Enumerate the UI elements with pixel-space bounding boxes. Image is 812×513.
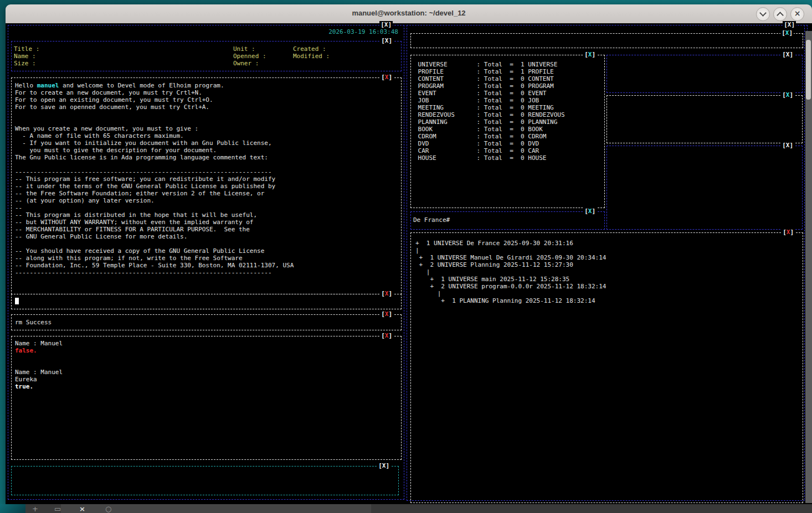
plus-icon[interactable]: +: [32, 505, 38, 513]
universe-tree: + 1 UNIVERSE De France 2025-09-30 20:31:…: [415, 240, 606, 304]
panel-empty-teal: [X]: [11, 466, 399, 495]
panel-empty-blue-1: [X]: [607, 55, 803, 93]
window-titlebar[interactable]: manuel@workstation: ~/devel_12 ×: [6, 4, 812, 24]
taskbar-launcher-tile[interactable]: [0, 504, 25, 513]
window-controls: ×: [756, 7, 804, 21]
panel-command-input[interactable]: [X]: [11, 294, 402, 309]
window-close-button[interactable]: ×: [790, 7, 804, 21]
minimize-button[interactable]: [756, 7, 770, 21]
close-button[interactable]: [X]: [380, 290, 393, 297]
close-button[interactable]: [X]: [783, 21, 796, 28]
field-labels-col2: Unit :Openned :Owner :: [233, 45, 266, 67]
chevron-up-icon: [777, 12, 784, 19]
close-button[interactable]: [X]: [780, 29, 794, 37]
welcome-text: Hello manuel and welcome to Devel mode o…: [15, 82, 294, 276]
scrollbar-track[interactable]: [805, 31, 812, 503]
panel-status: [X] rm Success: [11, 314, 402, 330]
maximize-button[interactable]: [773, 7, 787, 21]
text-cursor: [15, 298, 19, 304]
window-title: manuel@workstation: ~/devel_12: [6, 9, 812, 17]
close-button[interactable]: [X]: [379, 21, 393, 28]
panel-empty-white-1: [X]: [607, 95, 803, 143]
close-button[interactable]: [X]: [781, 91, 794, 99]
datetime: 2026-03-19 16:03:48: [328, 28, 398, 35]
field-labels-col1: Title :Name :Size :: [14, 45, 39, 67]
panel-empty-top: [X]: [410, 33, 803, 48]
circle-icon[interactable]: ○: [105, 505, 111, 513]
panel-empty-blue-2: [X]: [607, 146, 803, 230]
border-line: [804, 25, 805, 500]
close-app-icon[interactable]: ×: [79, 505, 85, 513]
panel-category-totals: [X] UNIVERSE : Total = 1 UNIVERSE PROFIL…: [410, 55, 605, 208]
close-button[interactable]: [X]: [583, 51, 597, 58]
panel-universe-tree: [X] + 1 UNIVERSE De France 2025-09-30 20…: [410, 232, 803, 503]
close-button[interactable]: [X]: [380, 310, 393, 318]
close-button[interactable]: [X]: [380, 332, 393, 339]
panel-document-fields: [X] Title :Name :Size : Unit :Openned :O…: [11, 41, 402, 71]
scrollbar-thumb[interactable]: [806, 40, 811, 100]
panel-welcome: [X] Hello manuel and welcome to Devel mo…: [11, 77, 402, 294]
category-list: UNIVERSE : Total = 1 UNIVERSE PROFILE : …: [414, 61, 565, 162]
taskbar: + ▭ × ○: [0, 504, 812, 513]
chevron-down-icon: [759, 9, 767, 17]
close-button[interactable]: [X]: [781, 51, 794, 58]
status-message: rm Success: [15, 319, 52, 326]
close-button[interactable]: [X]: [377, 462, 390, 469]
folder-icon[interactable]: ▭: [54, 505, 61, 513]
close-button[interactable]: [X]: [781, 142, 794, 149]
terminal-screen[interactable]: [X] 2026-03-19 16:03:48 [X] Title :Name …: [6, 23, 812, 504]
close-button[interactable]: [X]: [380, 74, 393, 81]
field-labels-col3: Created :Modified :: [293, 45, 330, 60]
shell-prompt[interactable]: De France#: [413, 216, 450, 224]
panel-shell-prompt[interactable]: [X] De France#: [410, 211, 605, 230]
terminal-window: manuel@workstation: ~/devel_12 × [X] 202…: [6, 4, 812, 504]
result-text: Name : Manuelfalse. Name : ManuelEurekat…: [15, 340, 63, 390]
close-icon: ×: [791, 9, 804, 18]
close-button[interactable]: [X]: [583, 208, 597, 215]
close-button[interactable]: [X]: [380, 37, 393, 44]
panel-result-output: [X] Name : Manuelfalse. Name : ManuelEur…: [11, 336, 402, 460]
close-button[interactable]: [X]: [782, 229, 795, 236]
